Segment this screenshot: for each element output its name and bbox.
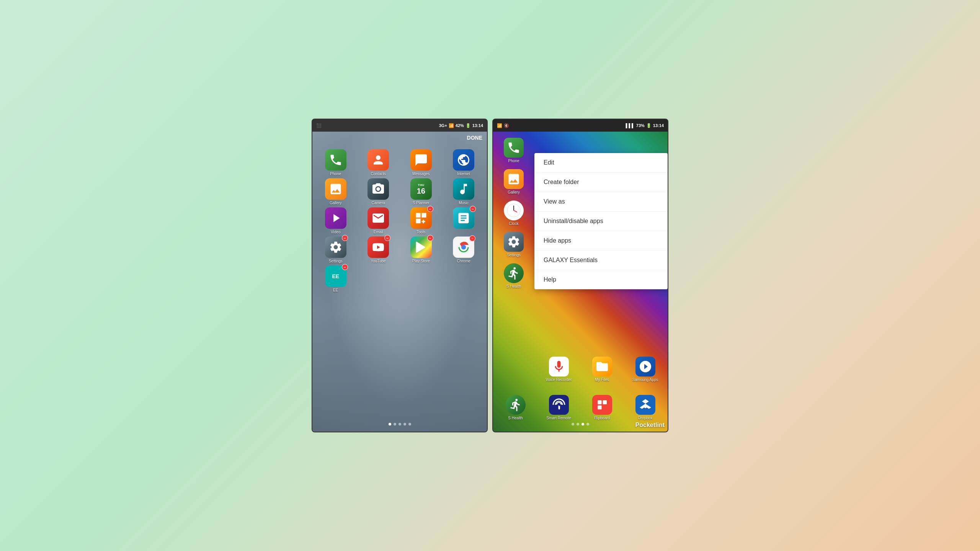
app-settings[interactable]: − Settings: [315, 236, 356, 263]
myfiles-icon: [592, 357, 612, 377]
splanner-label: S Planner: [413, 201, 430, 205]
contacts-icon: [368, 149, 389, 171]
remove-badge-ee[interactable]: −: [342, 264, 348, 270]
left-col-apps: Phone Gallery: [493, 135, 534, 292]
smartremote-label: Smart Remote: [546, 416, 571, 420]
app-splanner[interactable]: THU 16 S Planner: [401, 178, 441, 205]
app-contacts[interactable]: Contacts: [358, 149, 399, 176]
messages-icon: [410, 149, 432, 171]
remove-badge-qmemo[interactable]: −: [470, 206, 476, 212]
remove-badge-chrome[interactable]: −: [469, 235, 475, 241]
rdot-1: [572, 423, 574, 425]
smartremote-icon: [549, 395, 569, 415]
menu-hide-apps[interactable]: Hide apps: [534, 231, 668, 251]
rdot-2: [577, 423, 579, 425]
myfiles-label: My Files: [595, 378, 609, 382]
video-icon: [325, 207, 346, 229]
internet-icon: [453, 149, 474, 171]
dropbox-icon: [635, 395, 655, 415]
right-app-myfiles[interactable]: My Files: [581, 357, 623, 382]
ee-label: EE: [333, 288, 338, 292]
context-menu: Edit Create folder View as Uninstall/dis…: [534, 153, 668, 289]
samsungapps-label: Samsung Apps: [632, 378, 658, 382]
tools-icon: −: [410, 207, 432, 229]
svg-rect-7: [598, 406, 602, 410]
svg-rect-8: [603, 400, 607, 404]
app-camera[interactable]: Camera: [358, 178, 399, 205]
app-tools[interactable]: − Tools: [401, 207, 441, 234]
playstore-label: Play Store: [412, 259, 430, 263]
battery-icon-right: 🔋: [646, 123, 652, 128]
voice-recorder-label: Voice Recorder: [546, 378, 572, 382]
app-internet[interactable]: Internet: [444, 149, 484, 176]
right-shealth-bottom[interactable]: S Health: [495, 395, 536, 420]
youtube-icon: −: [368, 236, 389, 258]
done-button[interactable]: DONE: [467, 135, 482, 141]
app-messages[interactable]: Messages: [401, 149, 441, 176]
voice-recorder-icon: [549, 357, 569, 377]
app-grid-left: Phone Contacts Messages: [312, 146, 487, 295]
signal-bars: 📶: [449, 123, 454, 128]
right-dropbox[interactable]: Dropbox: [624, 395, 666, 420]
camera-label: Camera: [371, 201, 385, 205]
app-playstore[interactable]: − Play Store: [401, 236, 441, 263]
remove-badge-youtube[interactable]: −: [384, 235, 390, 241]
svg-point-2: [461, 245, 466, 249]
right-phone-icon: [504, 138, 524, 158]
rdot-4: [586, 423, 589, 425]
right-app-clock[interactable]: Clock: [495, 201, 533, 226]
menu-uninstall[interactable]: Uninstall/disable apps: [534, 212, 668, 231]
right-settings-label: Settings: [507, 253, 521, 257]
right-flipboard[interactable]: Flipboard: [581, 395, 623, 420]
right-app-shealth[interactable]: S Health: [495, 263, 533, 289]
right-settings-icon: [504, 232, 524, 252]
right-shealth-label: S Health: [506, 284, 521, 289]
right-app-settings[interactable]: Settings: [495, 232, 533, 257]
app-ee[interactable]: − EE EE: [315, 266, 356, 292]
phone-icon: [325, 149, 346, 171]
right-app-phone[interactable]: Phone: [495, 138, 533, 163]
settings-icon: −: [325, 236, 346, 258]
right-app-gallery[interactable]: Gallery: [495, 169, 533, 194]
app-video[interactable]: Video: [315, 207, 356, 234]
battery-right: 73%: [636, 123, 645, 128]
right-smartremote[interactable]: Smart Remote: [538, 395, 580, 420]
status-bar-left: ⬛ 3G+ 📶 42% 🔋 13:14: [312, 119, 487, 132]
right-app-voice-recorder[interactable]: Voice Recorder: [538, 357, 580, 382]
phones-container: ⬛ 3G+ 📶 42% 🔋 13:14 DONE: [312, 119, 668, 432]
app-email[interactable]: Email: [358, 207, 399, 234]
pocketlint-watermark: Pocketlint: [635, 422, 665, 429]
menu-help[interactable]: Help: [534, 270, 668, 289]
dot-3: [399, 423, 401, 425]
app-gallery[interactable]: Gallery: [315, 178, 356, 205]
wifi-icon: 📶: [497, 123, 502, 128]
remove-badge-settings[interactable]: −: [342, 235, 348, 241]
app-music[interactable]: Music: [444, 178, 484, 205]
dot-4: [403, 423, 406, 425]
time-right: 13:14: [653, 123, 664, 128]
app-empty-3: [444, 266, 484, 292]
email-label: Email: [374, 230, 383, 234]
settings-label: Settings: [329, 259, 343, 263]
screenshot-icon: ⬛: [316, 123, 322, 128]
app-youtube[interactable]: − YouTube: [358, 236, 399, 263]
menu-create-folder[interactable]: Create folder: [534, 173, 668, 192]
app-phone[interactable]: Phone: [315, 149, 356, 176]
contacts-label: Contacts: [371, 172, 386, 176]
right-gallery-icon: [504, 169, 524, 189]
right-shealth-icon: [504, 263, 524, 283]
gallery-icon: [325, 178, 346, 200]
remove-badge-tools[interactable]: −: [427, 206, 433, 212]
flipboard-label: Flipboard: [594, 416, 610, 420]
menu-galaxy-essentials[interactable]: GALAXY Essentials: [534, 251, 668, 270]
network-indicator: 3G+: [439, 123, 447, 128]
remove-badge-playstore[interactable]: −: [427, 235, 433, 241]
right-app-voice[interactable]: [495, 357, 536, 382]
app-chrome[interactable]: − Chrome: [444, 236, 484, 263]
menu-view-as[interactable]: View as: [534, 192, 668, 212]
dropbox-label: Dropbox: [638, 416, 653, 420]
page-dots-left: [312, 423, 487, 425]
right-app-samsungapps[interactable]: Samsung Apps: [624, 357, 666, 382]
menu-edit[interactable]: Edit: [534, 153, 668, 173]
app-qmemo[interactable]: −: [444, 207, 484, 234]
